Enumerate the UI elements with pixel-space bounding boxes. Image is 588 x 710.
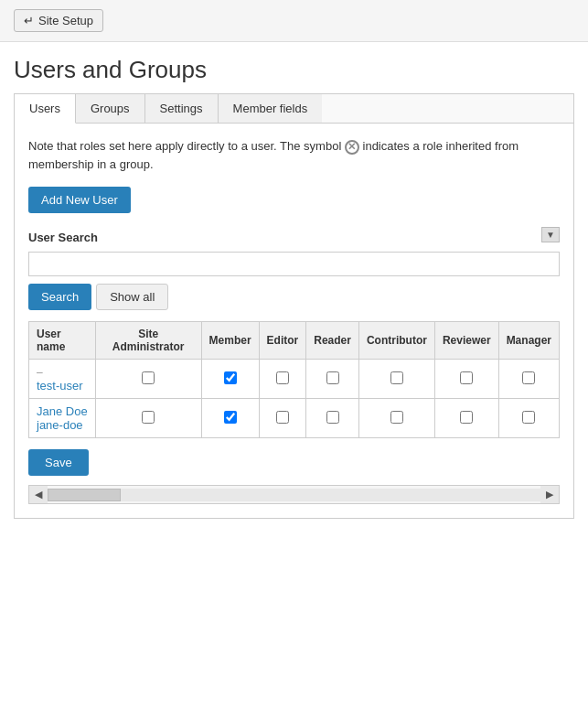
col-header-reviewer: Reviewer [434,322,498,360]
horizontal-scrollbar[interactable]: ◀ ▶ [28,485,560,504]
scroll-thumb[interactable] [48,489,121,501]
editor-checkbox[interactable] [276,371,289,384]
contributor-checkbox[interactable] [390,411,403,424]
reader-cell[interactable] [306,399,359,438]
contributor-checkbox[interactable] [390,371,403,384]
search-button[interactable]: Search [28,284,91,310]
tab-content: Note that roles set here apply directly … [14,123,574,519]
member-checkbox[interactable] [224,411,237,424]
site-admin-cell[interactable] [95,399,201,438]
reader-checkbox[interactable] [326,411,339,424]
tab-groups[interactable]: Groups [76,94,145,123]
tab-settings[interactable]: Settings [145,94,219,123]
arrow-icon: ↵ [24,14,34,27]
add-new-user-button[interactable]: Add New User [28,187,131,213]
scroll-right-button[interactable]: ▶ [540,486,559,503]
search-buttons: Search Show all [28,284,560,310]
table-row: Jane Doejane-doe [29,399,560,438]
site-setup-button[interactable]: ↵ Site Setup [14,9,103,32]
search-input[interactable] [28,252,560,276]
reader-cell[interactable] [306,360,359,399]
tab-member-fields[interactable]: Member fields [219,94,323,123]
reviewer-cell[interactable] [434,399,498,438]
reader-checkbox[interactable] [326,371,339,384]
manager-checkbox[interactable] [522,411,535,424]
user-display-name-link[interactable]: Jane Doe [37,404,88,418]
scroll-track[interactable] [48,489,540,501]
col-header-username: User name [29,322,96,360]
col-header-member: Member [201,322,259,360]
scroll-top-indicator[interactable]: ▼ [541,227,560,242]
member-cell[interactable] [201,399,259,438]
col-header-reader: Reader [306,322,359,360]
member-cell[interactable] [201,360,259,399]
save-button[interactable]: Save [28,449,89,476]
col-header-contributor: Contributor [358,322,434,360]
site-admin-checkbox[interactable] [142,411,155,424]
editor-checkbox[interactable] [276,411,289,424]
manager-checkbox[interactable] [522,371,535,384]
site-admin-cell[interactable] [95,360,201,399]
reviewer-cell[interactable] [434,360,498,399]
site-admin-checkbox[interactable] [142,371,155,384]
inherited-role-icon: ✕ [345,140,359,155]
member-checkbox[interactable] [224,371,237,384]
editor-cell[interactable] [259,360,306,399]
contributor-cell[interactable] [358,399,434,438]
col-header-site-admin: Site Administrator [95,322,201,360]
username-link[interactable]: jane-doe [37,418,88,432]
page-title: Users and Groups [0,42,588,93]
site-setup-label: Site Setup [38,14,93,27]
col-header-editor: Editor [259,322,306,360]
manager-cell[interactable] [498,399,559,438]
reviewer-checkbox[interactable] [460,411,473,424]
manager-cell[interactable] [498,360,559,399]
user-name-cell: Jane Doejane-doe [29,399,96,438]
info-text: Note that roles set here apply directly … [28,137,560,173]
show-all-button[interactable]: Show all [96,284,168,310]
col-header-manager: Manager [498,322,559,360]
reviewer-checkbox[interactable] [460,371,473,384]
editor-cell[interactable] [259,399,306,438]
users-table: User name Site Administrator Member Edit… [28,321,560,438]
table-header-row: User name Site Administrator Member Edit… [29,322,560,360]
scroll-left-button[interactable]: ◀ [29,486,48,503]
table-row: –test-user [29,360,560,399]
contributor-cell[interactable] [358,360,434,399]
tab-users[interactable]: Users [15,94,76,124]
username-link[interactable]: test-user [37,379,88,393]
tabs-container: Users Groups Settings Member fields [14,93,574,123]
user-search-label: User Search [28,231,560,244]
username-dash: – [37,366,43,379]
user-name-cell: –test-user [29,360,96,399]
